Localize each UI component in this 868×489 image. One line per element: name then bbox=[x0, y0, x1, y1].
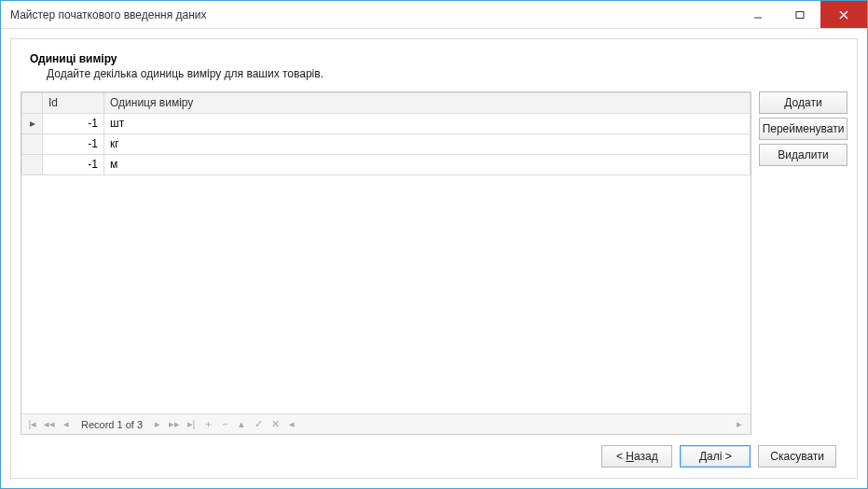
wizard-panel: Одиниці виміру Додайте декілька одиниць … bbox=[10, 38, 858, 479]
nav-accept-icon[interactable]: ✓ bbox=[251, 418, 266, 430]
back-rest: азад bbox=[634, 450, 658, 463]
add-button[interactable]: Додати bbox=[759, 91, 847, 114]
page-subheading: Додайте декілька одиниць виміру для ваши… bbox=[47, 67, 847, 80]
row-indicator[interactable] bbox=[22, 155, 43, 175]
cell-id[interactable]: -1 bbox=[43, 134, 104, 155]
page-heading: Одиниці виміру bbox=[30, 52, 847, 65]
nav-scroll-left-icon[interactable]: ◂ bbox=[284, 418, 299, 430]
nav-prevpage-icon[interactable]: ◂◂ bbox=[42, 418, 57, 430]
next-rest: алі bbox=[707, 450, 722, 463]
cancel-button[interactable]: Скасувати bbox=[758, 445, 836, 468]
cell-id[interactable]: -1 bbox=[43, 114, 104, 134]
minimize-button[interactable] bbox=[737, 1, 778, 28]
wizard-window: Майстер початкового введення даних Одини… bbox=[0, 0, 868, 489]
nav-last-icon[interactable]: ▸| bbox=[184, 418, 199, 430]
next-gt: > bbox=[725, 450, 732, 463]
cell-unit[interactable]: шт bbox=[104, 114, 751, 134]
title-bar: Майстер початкового введення даних bbox=[1, 1, 867, 29]
units-grid[interactable]: Id Одиниця виміру ▸ -1 шт bbox=[21, 91, 751, 435]
nav-edit-icon[interactable]: ▴ bbox=[234, 418, 249, 430]
cell-unit[interactable]: кг bbox=[104, 134, 751, 155]
nav-scroll-right-icon[interactable]: ▸ bbox=[732, 418, 747, 430]
maximize-button[interactable] bbox=[778, 1, 820, 28]
content-area: Одиниці виміру Додайте декілька одиниць … bbox=[1, 29, 867, 488]
nav-nextpage-icon[interactable]: ▸▸ bbox=[167, 418, 182, 430]
nav-record-text: Record 1 of 3 bbox=[76, 419, 148, 430]
back-mnemonic: Н bbox=[626, 450, 634, 463]
table-row[interactable]: -1 м bbox=[22, 155, 751, 175]
close-button[interactable] bbox=[820, 1, 867, 28]
nav-next-icon[interactable]: ▸ bbox=[150, 418, 165, 430]
column-header-id[interactable]: Id bbox=[43, 93, 104, 114]
next-mnemonic: Д bbox=[699, 450, 707, 463]
units-table: Id Одиниця виміру ▸ -1 шт bbox=[21, 92, 751, 175]
header-row: Id Одиниця виміру bbox=[22, 93, 751, 114]
nav-prev-icon[interactable]: ◂ bbox=[59, 418, 74, 430]
svg-rect-1 bbox=[796, 11, 804, 18]
table-row[interactable]: ▸ -1 шт bbox=[22, 114, 751, 134]
side-buttons: Додати Перейменувати Видалити bbox=[759, 91, 847, 435]
next-button[interactable]: Далі > bbox=[680, 445, 751, 468]
body-row: Id Одиниця виміру ▸ -1 шт bbox=[21, 91, 847, 435]
cell-id[interactable]: -1 bbox=[43, 155, 104, 175]
window-buttons bbox=[737, 1, 867, 28]
row-selector-header[interactable] bbox=[22, 93, 43, 114]
delete-button[interactable]: Видалити bbox=[759, 144, 847, 166]
row-indicator-icon[interactable]: ▸ bbox=[22, 114, 43, 134]
wizard-footer: < Назад Далі > Скасувати bbox=[21, 435, 847, 478]
nav-cancel-icon[interactable]: ✕ bbox=[268, 418, 282, 430]
back-button[interactable]: < Назад bbox=[601, 445, 672, 468]
grid-viewport[interactable]: Id Одиниця виміру ▸ -1 шт bbox=[21, 92, 751, 413]
cell-unit[interactable]: м bbox=[104, 155, 751, 175]
nav-add-icon[interactable]: ＋ bbox=[200, 417, 215, 431]
window-title: Майстер початкового введення даних bbox=[1, 8, 737, 21]
rename-button[interactable]: Перейменувати bbox=[759, 118, 847, 140]
column-header-unit[interactable]: Одиниця виміру bbox=[104, 93, 751, 114]
nav-first-icon[interactable]: |◂ bbox=[25, 418, 40, 430]
row-indicator[interactable] bbox=[22, 134, 43, 155]
nav-delete-icon[interactable]: － bbox=[217, 417, 232, 431]
back-lt: < bbox=[616, 450, 623, 463]
record-navigator: |◂ ◂◂ ◂ Record 1 of 3 ▸ ▸▸ ▸| ＋ － ▴ ✓ ✕ … bbox=[21, 413, 751, 434]
table-row[interactable]: -1 кг bbox=[22, 134, 751, 155]
